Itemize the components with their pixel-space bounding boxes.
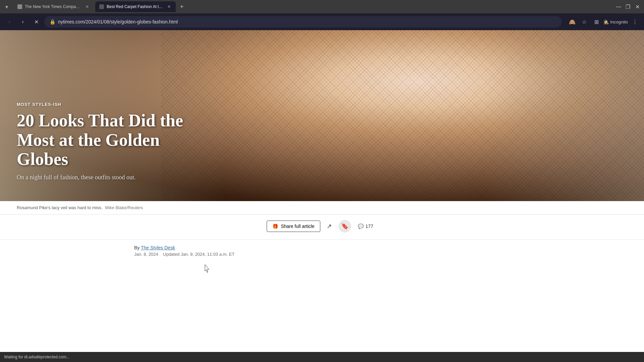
veil-overlay <box>161 30 644 201</box>
date-line: Jan. 8, 2024 Updated Jan. 9, 2024, 11:03… <box>0 250 644 257</box>
split-view-icon[interactable]: ⊞ <box>591 17 601 27</box>
close-button[interactable]: ✕ <box>633 3 641 11</box>
caption-credit: Mike Blake/Reuters <box>105 205 143 210</box>
loading-text: Waiting for dt.adsafeprotected.com... <box>4 355 70 359</box>
article-title: 20 Looks That Did the Most at the Golden… <box>17 111 201 169</box>
article-subtitle: On a night full of fashion, these outfit… <box>17 174 201 181</box>
status-bar: Waiting for dt.adsafeprotected.com... <box>0 352 644 362</box>
author-area: By The Styles Desk <box>0 240 644 250</box>
maximize-button[interactable]: ❐ <box>624 3 632 11</box>
share-arrow-icon: ↗ <box>327 223 332 230</box>
author-prefix: By <box>134 245 140 250</box>
updated-text: Updated Jan. 9, 2024, 11:03 a.m. ET <box>163 252 234 257</box>
page-content: MOST STYLES-ISH 20 Looks That Did the Mo… <box>0 30 644 352</box>
minimize-button[interactable]: — <box>614 3 623 11</box>
tab-2-close[interactable]: ✕ <box>166 4 172 9</box>
share-full-label: Share full article <box>281 224 314 229</box>
hero-image: MOST STYLES-ISH 20 Looks That Did the Mo… <box>0 30 644 201</box>
browser-menu-icon[interactable]: ⋮ <box>630 17 640 27</box>
author-line: By The Styles Desk <box>134 245 644 250</box>
gift-icon: 🎁 <box>272 224 278 229</box>
bookmark-icon: 🔖 <box>341 223 348 230</box>
author-link[interactable]: The Styles Desk <box>141 245 175 250</box>
share-arrow-button[interactable]: ↗ <box>323 220 336 233</box>
article-text-overlay: MOST STYLES-ISH 20 Looks That Did the Mo… <box>17 102 201 181</box>
comments-button[interactable]: 💬 177 <box>354 221 377 232</box>
tab-dropdown-btn[interactable]: ▾ <box>3 3 11 11</box>
lock-icon: 🔒 <box>50 19 55 24</box>
browser-toolbar-icons: 🙈 ☆ ⊞ 🕵 Incognito ⋮ <box>567 17 640 27</box>
tab-2-favicon <box>99 4 104 9</box>
browser-chrome: ▾ The New York Times Company | ✕ Best Re… <box>0 0 644 30</box>
forward-button[interactable]: › <box>17 16 28 27</box>
address-bar[interactable]: 🔒 nytimes.com/2024/01/08/style/golden-gl… <box>44 16 562 27</box>
caption-text: Rosamund Pike's lacy veil was hard to mi… <box>17 205 102 210</box>
article-toolbar: 🎁 Share full article ↗ 🔖 💬 177 <box>0 215 644 240</box>
share-full-article-button[interactable]: 🎁 Share full article <box>267 221 320 232</box>
comments-icon: 💬 <box>358 224 364 229</box>
incognito-icon: 🕵 <box>603 19 609 24</box>
tab-1-label: The New York Times Company | <box>25 4 82 9</box>
window-controls: — ❐ ✕ <box>614 3 641 11</box>
reload-button[interactable]: ✕ <box>31 16 42 27</box>
new-tab-button[interactable]: + <box>177 2 186 11</box>
bookmark-button[interactable]: 🔖 <box>338 220 351 233</box>
tab-bar: ▾ The New York Times Company | ✕ Best Re… <box>0 0 644 13</box>
back-button[interactable]: ‹ <box>4 16 15 27</box>
star-icon[interactable]: ☆ <box>579 17 589 27</box>
comments-count: 177 <box>366 224 373 229</box>
incognito-label: Incognito <box>610 19 628 24</box>
tab-1-close[interactable]: ✕ <box>85 4 90 9</box>
address-bar-row: ‹ › ✕ 🔒 nytimes.com/2024/01/08/style/gol… <box>0 13 644 30</box>
caption-area: Rosamund Pike's lacy veil was hard to mi… <box>0 201 644 215</box>
tab-1[interactable]: The New York Times Company | ✕ <box>13 1 94 12</box>
mouse-cursor <box>204 264 211 273</box>
eye-slash-icon[interactable]: 🙈 <box>567 17 577 27</box>
tab-2[interactable]: Best Red Carpet Fashion At the... ✕ <box>95 1 176 12</box>
article-category: MOST STYLES-ISH <box>17 102 201 107</box>
tab-2-label: Best Red Carpet Fashion At the... <box>107 4 164 9</box>
url-text: nytimes.com/2024/01/08/style/golden-glob… <box>58 19 178 24</box>
date-text: Jan. 8, 2024 <box>134 252 158 257</box>
tab-navigation: ▾ <box>3 3 11 11</box>
tab-1-favicon <box>17 4 22 9</box>
incognito-badge[interactable]: 🕵 Incognito <box>603 19 628 24</box>
